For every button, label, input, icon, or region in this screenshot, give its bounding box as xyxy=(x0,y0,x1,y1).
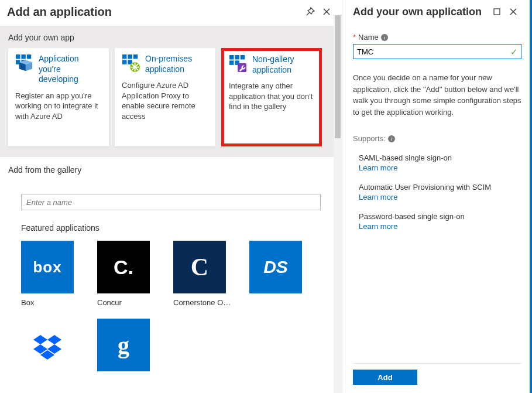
support-item: Password-based single sign-onLearn more xyxy=(359,212,521,231)
app-tile-icon: C xyxy=(173,241,226,293)
featured-label: Featured applications xyxy=(21,223,321,233)
add-bar: Add xyxy=(353,363,521,385)
card-title: Application you're developing xyxy=(39,54,102,85)
support-title: SAML-based single sign-on xyxy=(359,153,521,162)
app-tile[interactable]: boxBox xyxy=(21,241,78,307)
app-tile[interactable]: CCornerstone O… xyxy=(173,241,231,307)
app-tile[interactable]: C.Concur xyxy=(97,241,155,307)
app-tile-icon xyxy=(21,319,74,371)
supports-list: SAML-based single sign-onLearn moreAutom… xyxy=(353,149,521,241)
app-tile-label: Cornerstone O… xyxy=(173,298,232,307)
scrollbar-thumb[interactable] xyxy=(335,15,341,138)
learn-more-link[interactable]: Learn more xyxy=(359,222,521,231)
svg-rect-11 xyxy=(128,54,132,59)
card-on-premises[interactable]: On-premises application Configure Azure … xyxy=(115,48,215,146)
app-tile[interactable]: DS xyxy=(249,241,307,307)
app-tile-label: Concur xyxy=(97,298,156,307)
svg-marker-22 xyxy=(33,335,47,344)
svg-rect-2 xyxy=(16,54,20,59)
svg-rect-27 xyxy=(494,9,500,15)
svg-marker-23 xyxy=(47,335,61,344)
gallery-label: Add from the gallery xyxy=(8,165,334,175)
support-title: Automatic User Provisioning with SCIM xyxy=(359,183,521,192)
svg-rect-16 xyxy=(229,55,234,60)
svg-rect-17 xyxy=(235,55,239,60)
right-header: Add your own application xyxy=(353,4,521,20)
own-app-section: Add your own app Application you're deve… xyxy=(0,26,342,157)
app-name-input[interactable] xyxy=(353,44,521,59)
card-non-gallery[interactable]: Non-gallery application Integrate any ot… xyxy=(221,48,322,146)
svg-rect-4 xyxy=(27,54,32,59)
left-header: Add an application xyxy=(0,0,342,26)
learn-more-link[interactable]: Learn more xyxy=(359,193,521,201)
svg-rect-13 xyxy=(122,60,127,64)
app-tile[interactable]: g xyxy=(97,319,155,371)
gallery-inner: Featured applications boxBoxC.ConcurCCor… xyxy=(8,180,334,371)
supports-label: Supports: i xyxy=(353,134,521,143)
name-label-text: Name xyxy=(358,33,379,42)
close-icon[interactable] xyxy=(505,4,521,20)
add-application-panel: Add an application Add your own app xyxy=(0,0,342,393)
card-desc: Register an app you're working on to int… xyxy=(15,91,102,122)
info-icon[interactable]: i xyxy=(381,34,388,41)
card-desc: Integrate any other application that you… xyxy=(229,81,314,112)
support-item: Automatic User Provisioning with SCIMLea… xyxy=(359,183,521,201)
right-panel-title: Add your own application xyxy=(353,6,489,18)
card-title: Non-gallery application xyxy=(252,54,314,75)
pin-icon[interactable] xyxy=(302,4,318,20)
gallery-section: Add from the gallery Featured applicatio… xyxy=(0,157,342,393)
svg-rect-12 xyxy=(133,54,138,59)
grid-wrench-icon xyxy=(229,54,248,73)
info-icon[interactable]: i xyxy=(388,135,395,142)
svg-rect-18 xyxy=(241,55,245,60)
svg-rect-19 xyxy=(229,60,234,65)
add-own-app-panel: Add your own application * Name i ✓ Once… xyxy=(342,0,532,393)
maximize-icon[interactable] xyxy=(489,4,505,20)
valid-check-icon: ✓ xyxy=(510,47,518,57)
left-scrollbar[interactable] xyxy=(334,15,342,393)
cards-row: Application you're developing Register a… xyxy=(8,48,334,146)
card-title: On-premises application xyxy=(145,54,208,74)
supports-label-text: Supports: xyxy=(353,134,386,143)
left-panel-title: Add an application xyxy=(7,5,302,19)
close-icon[interactable] xyxy=(318,4,335,20)
required-star-icon: * xyxy=(353,33,356,42)
add-button[interactable]: Add xyxy=(353,370,417,385)
card-desc: Configure Azure AD Application Proxy to … xyxy=(122,80,208,121)
learn-more-link[interactable]: Learn more xyxy=(359,163,521,172)
grid-arrows-icon xyxy=(122,54,140,73)
app-tile-icon: g xyxy=(97,319,150,371)
featured-tile-grid: boxBoxC.ConcurCCornerstone O…DSg xyxy=(21,241,321,371)
support-item: SAML-based single sign-onLearn more xyxy=(359,153,521,172)
svg-rect-3 xyxy=(21,54,26,59)
gallery-search-input[interactable] xyxy=(21,194,321,210)
card-app-developing[interactable]: Application you're developing Register a… xyxy=(8,48,109,146)
app-tile-icon: box xyxy=(21,241,74,293)
app-tile-icon: C. xyxy=(97,241,150,293)
app-tile-icon: DS xyxy=(249,241,302,293)
help-text: Once you decide on a name for your new a… xyxy=(353,72,521,118)
grid-cube-icon xyxy=(15,54,34,73)
support-title: Password-based single sign-on xyxy=(359,212,521,221)
app-tile-label: Box xyxy=(21,298,80,307)
svg-rect-10 xyxy=(122,54,127,59)
app-tile[interactable] xyxy=(21,319,78,371)
name-field-label: * Name i xyxy=(353,33,521,42)
own-app-label: Add your own app xyxy=(8,33,334,42)
